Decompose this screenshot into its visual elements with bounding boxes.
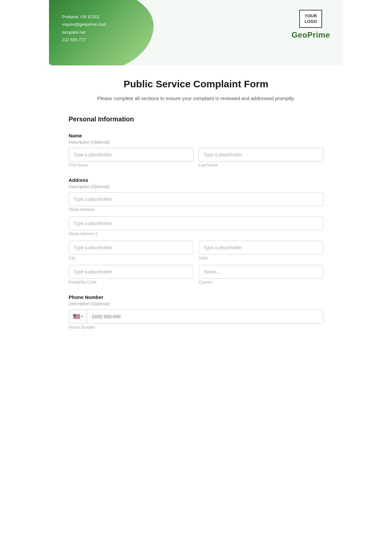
last-name-input[interactable]: [199, 148, 323, 162]
phone-field-group: Phone Number Description (Optional) 🇺🇸 ▾…: [69, 294, 323, 330]
street2-container: Street Address 2: [69, 217, 323, 236]
first-name-sublabel: First Name: [69, 163, 193, 167]
chevron-down-icon: ▾: [81, 315, 83, 318]
city-input[interactable]: [69, 241, 193, 254]
street2-input[interactable]: [69, 217, 323, 230]
brand-name: GeoPrime: [292, 30, 330, 40]
first-name-col: First Name: [69, 148, 193, 167]
zip-input[interactable]: [69, 265, 193, 279]
address-description: Description (Optional): [69, 184, 323, 189]
name-description: Description (Optional): [69, 140, 323, 145]
header-brand: YOURLOGO GeoPrime: [292, 10, 330, 40]
personal-information-section: Personal Information Name Description (O…: [69, 115, 323, 330]
zip-sublabel: Postal/Zip Code: [69, 280, 193, 285]
contact-website: template.net: [62, 28, 106, 36]
street1-container: Street Address: [69, 192, 323, 212]
street2-sublabel: Street Address 2: [69, 232, 323, 236]
form-subtitle: Please complete all sections to ensure y…: [69, 95, 323, 102]
phone-description: Description (Optional): [69, 301, 323, 306]
state-col: State: [199, 241, 323, 260]
first-name-input[interactable]: [69, 148, 193, 162]
city-state-row: City State: [69, 241, 323, 260]
contact-email: inquire@geoprime.mail: [62, 21, 106, 28]
contact-phone: 222 555 777: [62, 36, 106, 43]
address-label: Address: [69, 177, 323, 183]
country-sublabel: Country: [199, 280, 323, 285]
flag-emoji: 🇺🇸: [73, 313, 80, 320]
zip-country-row: Postal/Zip Code Select... United States …: [69, 265, 323, 285]
header: Portland, OR 97201 inquire@geoprime.mail…: [49, 0, 343, 65]
street1-input[interactable]: [69, 192, 323, 206]
form-title: Public Service Complaint Form: [69, 78, 323, 90]
last-name-col: Last Name: [199, 148, 323, 167]
name-field-group: Name Description (Optional) First Name L…: [69, 133, 323, 167]
logo-box: YOURLOGO: [299, 10, 322, 28]
phone-row: 🇺🇸 ▾: [69, 309, 323, 324]
city-col: City: [69, 241, 193, 260]
street1-sublabel: Street Address: [69, 207, 323, 212]
name-row: First Name Last Name: [69, 148, 323, 167]
contact-address: Portland, OR 97201: [62, 13, 106, 21]
main-content: Public Service Complaint Form Please com…: [49, 65, 343, 361]
section-title-personal: Personal Information: [69, 115, 323, 125]
country-col: Select... United States Canada United Ki…: [199, 265, 323, 285]
zip-col: Postal/Zip Code: [69, 265, 193, 285]
city-sublabel: City: [69, 256, 193, 260]
header-contact: Portland, OR 97201 inquire@geoprime.mail…: [62, 10, 106, 44]
phone-input[interactable]: [87, 310, 323, 323]
phone-sublabel: Phone Number: [69, 325, 323, 330]
last-name-sublabel: Last Name: [199, 163, 323, 167]
phone-label: Phone Number: [69, 294, 323, 300]
name-label: Name: [69, 133, 323, 138]
address-field-group: Address Description (Optional) Street Ad…: [69, 177, 323, 285]
state-sublabel: State: [199, 256, 323, 260]
country-select[interactable]: Select... United States Canada United Ki…: [199, 265, 323, 279]
phone-flag-selector[interactable]: 🇺🇸 ▾: [69, 310, 87, 323]
state-input[interactable]: [199, 241, 323, 254]
